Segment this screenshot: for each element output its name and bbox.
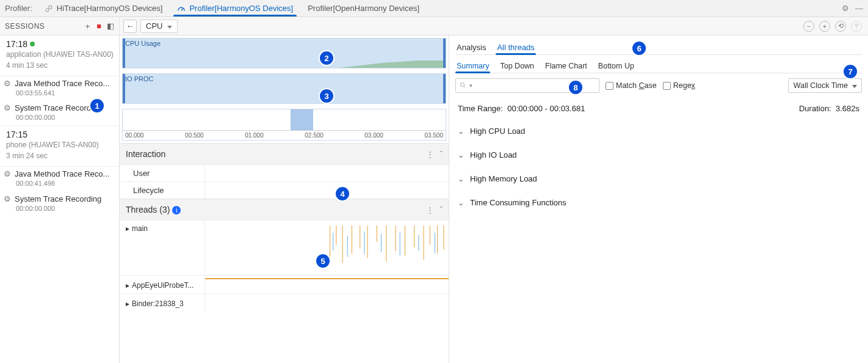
status-dot-active xyxy=(30,42,35,46)
chevron-down-icon: ⌄ xyxy=(458,127,464,136)
interaction-row-user[interactable]: User xyxy=(120,164,449,182)
interaction-row-lifecycle[interactable]: Lifecycle xyxy=(120,182,449,199)
time-mode-select[interactable]: Wall Clock Time xyxy=(788,78,862,93)
sessions-heading: SESSIONS xyxy=(5,22,45,31)
shapes-icon xyxy=(45,4,53,13)
timeline-panel: CPU Usage IO PROC IO SYS 00.00000.50001.… xyxy=(120,35,449,363)
collapse-icon[interactable]: ˆ xyxy=(440,150,443,159)
annotation-badge-7: 7 xyxy=(844,65,857,78)
chevron-right-icon: ▸ xyxy=(126,281,129,290)
svg-point-0 xyxy=(46,9,49,12)
analysis-panel: Analysis All threads Summary Top Down Fl… xyxy=(449,35,868,363)
gear-icon[interactable]: ⚙ xyxy=(842,4,849,13)
annotation-badge-3: 3 xyxy=(320,89,333,103)
svg-rect-1 xyxy=(49,6,51,8)
recording-item[interactable]: ⚙System Trace Recording xyxy=(0,192,119,205)
recording-item[interactable]: ⚙Java Method Trace Reco... xyxy=(0,76,119,89)
tab-all-threads[interactable]: All threads xyxy=(496,43,535,54)
thread-row[interactable]: ▸Binder:21838_3 xyxy=(120,293,449,312)
annotation-badge-1: 1 xyxy=(90,99,104,112)
annotation-badge-5: 5 xyxy=(316,254,330,268)
reset-zoom-button[interactable]: ⟲ xyxy=(835,21,846,32)
minimize-icon[interactable]: — xyxy=(855,4,863,13)
session-item[interactable]: 17:15 phone (HUAWEI TAS-AN00) 3 min 24 s… xyxy=(0,125,119,167)
regex-checkbox[interactable]: Regex xyxy=(663,81,695,90)
chevron-down-icon: ⌄ xyxy=(458,151,464,160)
sessions-panel: 17:18 application (HUAWEI TAS-AN00) 4 mi… xyxy=(0,35,120,363)
tab-summary[interactable]: Summary xyxy=(455,62,490,73)
tree-high-memory[interactable]: ⌄High Memory Load xyxy=(455,167,862,191)
thread-trace-main xyxy=(205,221,449,275)
collapse-icon[interactable]: ˆ xyxy=(440,205,443,215)
kebab-icon[interactable]: ⋮ xyxy=(426,205,434,215)
chevron-down-icon: ⌄ xyxy=(458,199,464,207)
tab-profiler-harmony[interactable]: Profiler[HarmonyOS Devices] xyxy=(170,0,300,16)
annotation-badge-6: 6 xyxy=(632,42,646,55)
annotation-badge-4: 4 xyxy=(336,187,349,200)
tab-top-down[interactable]: Top Down xyxy=(499,62,535,73)
tab-hitrace[interactable]: HiTrace[HarmonyOS Devices] xyxy=(37,0,170,16)
chevron-right-icon: ▸ xyxy=(126,224,129,233)
add-session-button[interactable]: ＋ xyxy=(84,21,92,32)
tab-profiler-openharmony[interactable]: Profiler[OpenHarmony Devices] xyxy=(300,0,427,16)
chevron-right-icon: ▸ xyxy=(126,299,129,308)
zoom-in-button[interactable]: + xyxy=(819,21,830,32)
io-sys-chart[interactable]: IO SYS 00.00000.50001.00002.50003.00003.… xyxy=(122,109,446,141)
gear-icon: ⚙ xyxy=(4,103,11,112)
gear-icon: ⚙ xyxy=(4,169,11,178)
tree-high-io[interactable]: ⌄High IO Load xyxy=(455,143,862,167)
thread-row[interactable]: ▸AppEyeUiProbeT... xyxy=(120,275,449,293)
svg-point-25 xyxy=(461,83,465,87)
back-button[interactable]: ← xyxy=(123,20,137,33)
profiler-label: Profiler: xyxy=(5,4,32,13)
gear-icon: ⚙ xyxy=(4,79,11,88)
time-axis: 00.00000.50001.00002.50003.00003.500 xyxy=(123,130,446,140)
match-case-checkbox[interactable]: Match Case xyxy=(606,81,657,90)
gauge-icon xyxy=(177,4,186,13)
io-proc-chart[interactable]: IO PROC xyxy=(122,73,446,104)
session-item[interactable]: 17:18 application (HUAWEI TAS-AN00) 4 mi… xyxy=(0,35,119,76)
kebab-icon[interactable]: ⋮ xyxy=(426,150,434,159)
tab-analysis[interactable]: Analysis xyxy=(455,43,487,54)
interaction-section: Interaction ⋮ˆ User Lifecycle xyxy=(120,143,449,199)
chevron-down-icon: ⌄ xyxy=(458,175,464,183)
help-button[interactable]: ? xyxy=(851,21,862,32)
threads-title: Threads (3) xyxy=(126,205,170,215)
cpu-usage-chart[interactable]: CPU Usage xyxy=(122,38,446,68)
tree-time-consuming[interactable]: ⌄Time Consuming Functions xyxy=(455,191,862,215)
view-select[interactable]: CPU xyxy=(140,20,178,33)
tab-bottom-up[interactable]: Bottom Up xyxy=(597,62,635,73)
annotation-badge-2: 2 xyxy=(320,51,333,65)
svg-line-2 xyxy=(181,9,183,11)
interaction-title: Interaction xyxy=(126,149,165,159)
annotation-badge-8: 8 xyxy=(569,81,582,94)
layout-toggle-icon[interactable]: ◧ xyxy=(107,21,115,31)
threads-section: Threads (3)i ⋮ˆ ▸main xyxy=(120,199,449,312)
record-button[interactable]: ■ xyxy=(96,21,101,31)
svg-line-26 xyxy=(464,86,466,88)
thread-row-main[interactable]: ▸main xyxy=(120,220,449,275)
zoom-out-button[interactable]: − xyxy=(803,21,814,32)
gear-icon: ⚙ xyxy=(4,194,11,204)
toolbar: SESSIONS ＋ ■ ◧ ← CPU − + ⟲ ? xyxy=(0,17,868,35)
tree-high-cpu[interactable]: ⌄High CPU Load xyxy=(455,119,862,143)
search-icon xyxy=(460,82,467,89)
profiler-tab-strip: Profiler: HiTrace[HarmonyOS Devices] Pro… xyxy=(0,0,868,17)
recording-item[interactable]: ⚙Java Method Trace Reco... xyxy=(0,167,119,180)
tab-flame-chart[interactable]: Flame Chart xyxy=(544,62,588,73)
cpu-area xyxy=(125,38,443,68)
info-icon[interactable]: i xyxy=(172,206,181,215)
